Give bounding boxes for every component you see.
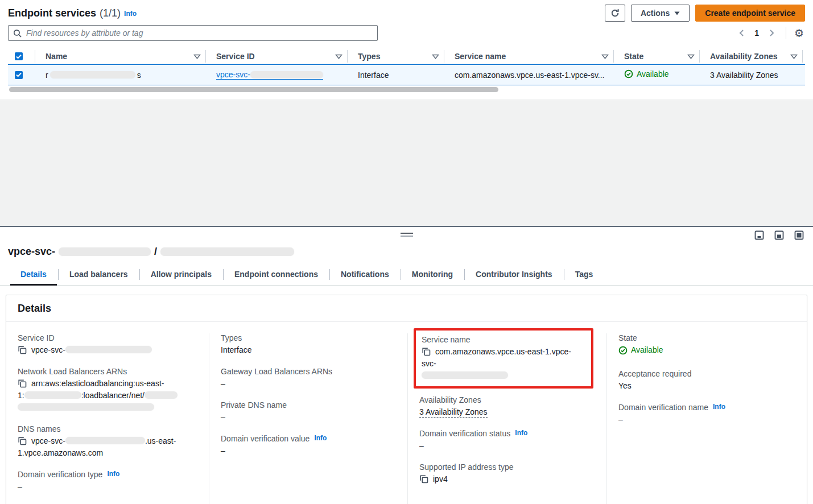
field-service-name: Service name com.amazonaws.vpce.us-east-…: [422, 335, 585, 382]
refresh-button[interactable]: [605, 5, 625, 22]
horizontal-scrollbar-track[interactable]: [5, 87, 808, 92]
panel-size-large-icon[interactable]: [794, 230, 804, 240]
row-checkbox[interactable]: [15, 71, 23, 79]
field-label: Acceptance required: [618, 369, 798, 378]
status-check-icon: [618, 346, 628, 355]
service-id-value: vpce-svc-: [31, 345, 65, 354]
field-label: Domain verification value: [221, 434, 309, 443]
column-header-label: State: [624, 52, 643, 61]
title-separator: /: [154, 246, 157, 258]
field-domain-verification-status: Domain verification status Info –: [419, 429, 597, 452]
tab-allow-principals[interactable]: Allow principals: [139, 265, 223, 285]
filter-triangle-icon[interactable]: [790, 54, 798, 59]
details-column-3: Service name com.amazonaws.vpce.us-east-…: [407, 333, 606, 504]
copy-icon[interactable]: [18, 436, 27, 445]
supported-ip-value: ipv4: [433, 474, 448, 484]
column-header-service-id[interactable]: Service ID: [206, 50, 348, 63]
tab-endpoint-connections[interactable]: Endpoint connections: [223, 265, 329, 285]
service-id-link[interactable]: vpce-svc-: [216, 70, 323, 80]
info-link[interactable]: Info: [314, 434, 327, 442]
nlb-arn-line2: :loadbalancer/net/: [81, 391, 145, 400]
header-actions: Actions Create endpoint service: [605, 5, 805, 22]
field-domain-verification-value: Domain verification value Info –: [221, 434, 398, 457]
column-header-label: Service name: [455, 52, 506, 61]
status-label: Available: [631, 344, 663, 356]
previous-page-button[interactable]: [734, 27, 749, 39]
redacted-title-name: [160, 247, 294, 256]
redacted-lb-name: [145, 391, 178, 399]
copy-icon[interactable]: [422, 347, 431, 356]
field-label: Domain verification status: [419, 429, 510, 438]
search-input[interactable]: [25, 28, 373, 38]
tab-details[interactable]: Details: [9, 265, 58, 285]
availability-zones-popover-link[interactable]: 3 Availability Zones: [710, 71, 778, 80]
pagination: 1 ⚙: [734, 27, 805, 39]
field-value: Interface: [221, 344, 398, 356]
caret-down-icon: [674, 11, 680, 15]
copy-icon[interactable]: [18, 379, 27, 388]
row-service-name-cell: com.amazonaws.vpce.us-east-1.vpce-sv...: [444, 71, 614, 80]
copy-icon[interactable]: [18, 345, 27, 354]
tab-tags[interactable]: Tags: [564, 265, 605, 285]
filter-search[interactable]: [8, 25, 378, 41]
page-number[interactable]: 1: [751, 28, 762, 38]
field-value: –: [18, 481, 200, 493]
dns-name-value: 1.vpce.amazonaws.com: [18, 447, 200, 459]
status-check-icon: [624, 69, 633, 79]
info-link[interactable]: Info: [713, 403, 725, 411]
filter-triangle-icon[interactable]: [687, 54, 695, 59]
filter-triangle-icon[interactable]: [335, 54, 342, 59]
field-service-id: Service ID vpce-svc-: [18, 333, 200, 356]
redacted-service-id: [250, 71, 323, 79]
field-label: Gateway Load Balancers ARNs: [221, 367, 398, 376]
field-label: Supported IP address type: [419, 462, 597, 472]
select-all-checkbox[interactable]: [15, 52, 23, 60]
column-header-service-name[interactable]: Service name: [444, 50, 614, 63]
column-header-label: Types: [358, 52, 380, 61]
panel-size-medium-icon[interactable]: [774, 230, 784, 240]
tab-notifications[interactable]: Notifications: [329, 265, 401, 285]
redacted-service-id: [65, 346, 152, 353]
column-header-label: Availability Zones: [710, 52, 778, 61]
next-page-button[interactable]: [765, 27, 779, 39]
page-title: Endpoint services (1/1) Info: [8, 7, 137, 19]
field-supported-ip: Supported IP address type ipv4: [419, 462, 597, 485]
field-label: Network Load Balancers ARNs: [18, 367, 200, 376]
field-label: Domain verification type: [18, 470, 102, 479]
field-types: Types Interface: [221, 333, 398, 356]
field-private-dns: Private DNS name –: [221, 400, 398, 423]
tab-contributor-insights[interactable]: Contributor Insights: [464, 265, 564, 285]
table-row[interactable]: rs vpce-svc- Interface com.amazonaws.vpc…: [8, 64, 805, 85]
copy-icon[interactable]: [419, 474, 428, 484]
column-header-availability-zones[interactable]: Availability Zones: [700, 50, 803, 63]
redacted-dns-id: [65, 437, 145, 444]
resize-handle-icon[interactable]: [401, 233, 413, 237]
column-header-types[interactable]: Types: [348, 50, 444, 63]
filter-triangle-icon[interactable]: [601, 54, 609, 59]
column-header-clipped[interactable]: A: [803, 50, 813, 63]
field-nlb-arns: Network Load Balancers ARNs arn:aws:elas…: [18, 367, 200, 414]
info-link[interactable]: Info: [107, 470, 119, 478]
field-domain-verification-type: Domain verification type Info –: [18, 470, 200, 493]
tab-monitoring[interactable]: Monitoring: [401, 265, 464, 285]
info-link[interactable]: Info: [515, 429, 527, 437]
filter-triangle-icon[interactable]: [193, 54, 201, 59]
tab-load-balancers[interactable]: Load balancers: [58, 265, 139, 285]
horizontal-scrollbar-thumb[interactable]: [9, 87, 498, 92]
create-endpoint-service-button[interactable]: Create endpoint service: [695, 5, 805, 22]
info-link[interactable]: Info: [124, 10, 137, 18]
details-column-2: Types Interface Gateway Load Balancers A…: [209, 333, 407, 504]
availability-zones-popover-link[interactable]: 3 Availability Zones: [419, 407, 488, 418]
panel-size-small-icon[interactable]: [754, 230, 764, 240]
actions-button[interactable]: Actions: [631, 5, 690, 22]
preferences-gear-icon[interactable]: ⚙: [793, 28, 805, 39]
details-card-title: Details: [6, 295, 807, 322]
field-value: –: [419, 440, 597, 452]
service-name-highlight-box: Service name com.amazonaws.vpce.us-east-…: [414, 328, 593, 389]
filter-triangle-icon[interactable]: [432, 54, 439, 59]
column-header-name[interactable]: Name: [35, 50, 206, 63]
field-label: Domain verification name: [618, 403, 708, 412]
field-glb-arns: Gateway Load Balancers ARNs –: [221, 367, 398, 390]
page-title-text: Endpoint services: [8, 7, 96, 19]
column-header-state[interactable]: State: [614, 50, 700, 63]
